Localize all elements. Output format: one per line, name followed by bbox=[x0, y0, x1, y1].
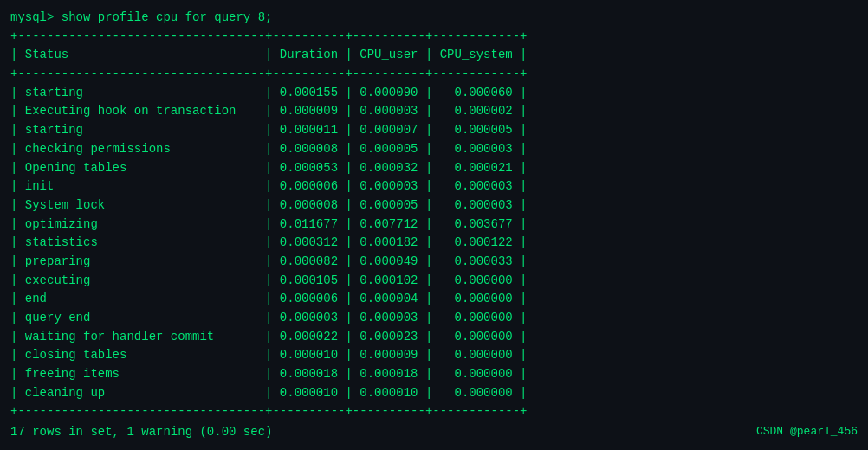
table-row: | statistics | 0.000312 | 0.000182 | 0.0… bbox=[10, 234, 858, 253]
separator-mid: +----------------------------------+----… bbox=[10, 65, 858, 84]
table-row: | Opening tables | 0.000053 | 0.000032 |… bbox=[10, 159, 858, 178]
table-row: | System lock | 0.000008 | 0.000005 | 0.… bbox=[10, 196, 858, 215]
footer-attribution: CSDN @pearl_456 bbox=[756, 425, 858, 439]
table-row: | waiting for handler commit | 0.000022 … bbox=[10, 328, 858, 347]
table-row: | starting | 0.000155 | 0.000090 | 0.000… bbox=[10, 84, 858, 103]
table-row: | init | 0.000006 | 0.000003 | 0.000003 … bbox=[10, 177, 858, 196]
separator-top: +----------------------------------+----… bbox=[10, 28, 858, 47]
footer: 17 rows in set, 1 warning (0.00 sec) CSD… bbox=[10, 425, 858, 439]
table-row: | preparing | 0.000082 | 0.000049 | 0.00… bbox=[10, 253, 858, 272]
table-row: | checking permissions | 0.000008 | 0.00… bbox=[10, 140, 858, 159]
separator-bottom: +----------------------------------+----… bbox=[10, 402, 858, 421]
table-header: | Status | Duration | CPU_user | CPU_sys… bbox=[10, 46, 858, 65]
table-row: | query end | 0.000003 | 0.000003 | 0.00… bbox=[10, 309, 858, 328]
footer-summary: 17 rows in set, 1 warning (0.00 sec) bbox=[10, 425, 272, 439]
table-body: | starting | 0.000155 | 0.000090 | 0.000… bbox=[10, 84, 858, 403]
table-row: | optimizing | 0.011677 | 0.007712 | 0.0… bbox=[10, 215, 858, 235]
table-row: | freeing items | 0.000018 | 0.000018 | … bbox=[10, 365, 858, 384]
command-line: mysql> show profile cpu for query 8; bbox=[10, 9, 858, 28]
table-row: | closing tables | 0.000010 | 0.000009 |… bbox=[10, 346, 858, 365]
table-row: | cleaning up | 0.000010 | 0.000010 | 0.… bbox=[10, 384, 858, 403]
table-row: | end | 0.000006 | 0.000004 | 0.000000 | bbox=[10, 290, 858, 309]
table-row: | executing | 0.000105 | 0.000102 | 0.00… bbox=[10, 272, 858, 291]
table-row: | Executing hook on transaction | 0.0000… bbox=[10, 102, 858, 121]
table-row: | starting | 0.000011 | 0.000007 | 0.000… bbox=[10, 121, 858, 140]
terminal-window: mysql> show profile cpu for query 8; +--… bbox=[0, 0, 868, 450]
